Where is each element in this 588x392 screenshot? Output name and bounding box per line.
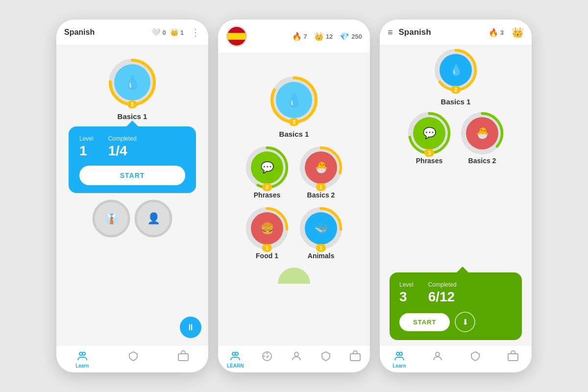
food-crown: 1: [262, 244, 272, 252]
practice-fab[interactable]: ⏸: [180, 317, 201, 338]
svg-point-5: [82, 352, 85, 355]
phone1-crowns-badge: 👑 1: [170, 28, 184, 36]
p2-animals-skill[interactable]: 🐳 1 Animals: [301, 209, 341, 260]
svg-rect-6: [178, 354, 188, 361]
learn-icon: [76, 350, 88, 362]
p2-practice-icon: [261, 350, 273, 362]
p3-nav-profile[interactable]: [432, 350, 443, 368]
basics1-popup: Level 1 Completed 1/4 START: [69, 126, 196, 193]
p3-flame-badge: 🔥 3: [489, 28, 504, 37]
next-skill-preview: [278, 268, 310, 284]
p3-start-button[interactable]: START: [399, 313, 450, 331]
phone3-content: 💧 2 Basics 1 💬 3 Phrases: [380, 46, 532, 345]
basics2-circle: 🐣 1: [301, 148, 341, 187]
svg-rect-33: [508, 354, 518, 361]
p2-phrases-skill[interactable]: 💬 2 Phrases: [247, 148, 287, 199]
p3-phrases-skill[interactable]: 💬 3 Phrases: [410, 114, 449, 165]
basics2-label: Basics 2: [307, 191, 335, 199]
svg-point-20: [235, 352, 238, 355]
food-label: Food 1: [256, 252, 278, 260]
phone-3: ≡ Spanish 🔥 3 👑 💧 2 Basics 1: [380, 20, 532, 372]
p2-gems-badge: 💎 250: [340, 32, 362, 41]
p3-nav-shop[interactable]: [507, 350, 519, 368]
popup-completed: Completed 1/4: [108, 135, 137, 159]
p2-skills-grid: 💬 2 Phrases 🐣 1 Basics 2: [247, 148, 341, 260]
hamburger-menu[interactable]: ≡: [388, 27, 393, 38]
popup-level: Level 1: [79, 135, 94, 159]
start-button[interactable]: START: [79, 166, 185, 185]
p2-food-skill[interactable]: 🍔 1 Food 1: [247, 209, 287, 260]
p2-shop-icon: [349, 350, 361, 362]
basics1-skill[interactable]: 💧 1 Basics 1: [110, 60, 154, 121]
nav-shield[interactable]: [127, 350, 139, 368]
gems-count: 250: [351, 33, 362, 40]
p3-flame-icon: 🔥: [489, 28, 498, 37]
p3-phrases-circle: 💬 3: [410, 114, 449, 153]
p3-flame-count: 3: [500, 29, 504, 36]
animals-crown: 1: [316, 244, 326, 252]
flag-svg: [227, 25, 246, 47]
p3-nav-shield[interactable]: [469, 350, 481, 368]
level-value: 1: [79, 143, 94, 159]
completed-value: 1/4: [108, 143, 137, 159]
p3-popup-completed: Completed 6/12: [428, 281, 457, 305]
p3-basics2-label: Basics 2: [468, 157, 496, 165]
completed-label: Completed: [108, 135, 137, 142]
p3-phrases-label: Phrases: [416, 157, 442, 165]
phones-container: Spanish 🤍 0 👑 1 ⋮ 💧 1: [47, 10, 541, 382]
p3-crown-icon: 👑: [512, 26, 524, 38]
phone-1: Spanish 🤍 0 👑 1 ⋮ 💧 1: [56, 20, 208, 372]
download-icon: ⬇: [462, 318, 468, 327]
p2-nav-shop[interactable]: [349, 350, 361, 368]
phone3-title: Spanish: [399, 27, 485, 37]
p3-skills-row: 💬 3 Phrases 🐣 Basics 2: [380, 114, 532, 165]
p2-flame-badge: 🔥 7: [292, 32, 307, 41]
p3-nav-learn[interactable]: Learn: [392, 350, 406, 368]
p2-profile-icon: [291, 350, 302, 362]
p3-shop-icon: [507, 350, 519, 362]
phrases-circle: 💬 2: [247, 148, 287, 187]
p3-basics2-skill[interactable]: 🐣 Basics 2: [463, 114, 502, 165]
p2-nav-profile[interactable]: [291, 350, 302, 368]
flame-count: 7: [304, 33, 307, 40]
phone2-bottom-nav: LEARN: [218, 345, 370, 372]
phone3-header: ≡ Spanish 🔥 3 👑: [380, 20, 532, 46]
svg-rect-8: [227, 33, 246, 40]
flame-icon: 🔥: [292, 32, 302, 41]
shop-icon: [177, 350, 189, 362]
phone1-hearts-count: 0: [163, 29, 166, 36]
p3-basics1-circle[interactable]: 💧 2: [436, 50, 475, 90]
nav-shop[interactable]: [177, 350, 189, 368]
p3-completed-value: 6/12: [428, 289, 457, 305]
level-label: Level: [79, 135, 94, 142]
animals-label: Animals: [308, 252, 334, 260]
p3-basics1-area: 💧 2 Basics 1: [380, 50, 532, 106]
basics2-crown: 1: [316, 183, 326, 191]
gem-icon: 💎: [340, 32, 349, 41]
p2-basics1-label: Basics 1: [279, 130, 309, 138]
phrases-label: Phrases: [254, 191, 280, 199]
more-options-button[interactable]: ⋮: [191, 26, 200, 38]
basics1-label: Basics 1: [118, 112, 147, 121]
p3-download-button[interactable]: ⬇: [455, 312, 475, 332]
p2-basics1-skill[interactable]: 💧 3 Basics 1: [272, 78, 316, 138]
phone3-bottom-nav: Learn: [380, 345, 532, 372]
p2-nav-practice[interactable]: [261, 350, 273, 368]
food-circle: 🍔 1: [247, 209, 287, 248]
heart-icon: 🤍: [151, 28, 161, 37]
shield-icon: [127, 350, 139, 362]
phrases-crown: 2: [262, 183, 272, 191]
p2-basics2-skill[interactable]: 🐣 1 Basics 2: [301, 148, 341, 199]
phone2-header: 🔥 7 👑 12 💎 250: [218, 20, 370, 53]
p3-basics2-circle: 🐣: [463, 114, 502, 153]
p2-basics1-circle: 💧 3: [272, 78, 316, 122]
p3-completed-label: Completed: [428, 281, 457, 288]
p2-nav-learn[interactable]: LEARN: [227, 350, 244, 368]
nav-learn[interactable]: Learn: [75, 350, 89, 368]
p2-crown-badge: 👑 12: [314, 32, 333, 41]
animals-icon: 🐳: [305, 212, 337, 245]
phrases-icon: 💬: [251, 151, 283, 184]
basics2-icon: 🐣: [305, 151, 337, 184]
p3-popup-stats: Level 3 Completed 6/12: [399, 281, 512, 305]
p2-nav-shield[interactable]: [320, 350, 332, 368]
